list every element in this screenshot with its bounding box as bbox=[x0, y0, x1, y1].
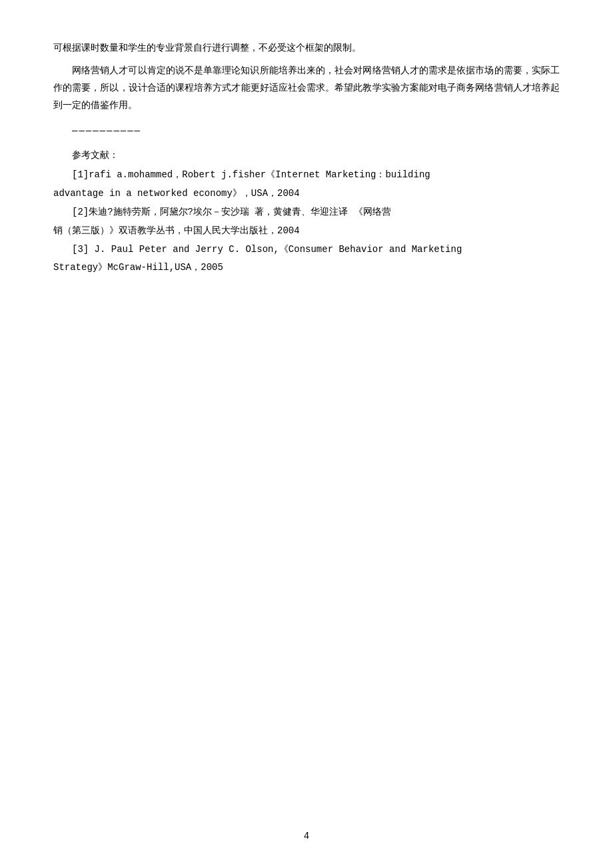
ref-item-1-line2: advantage in a networked economy》，USA，20… bbox=[53, 185, 560, 203]
ref-item-3-line2: Strategy》McGraw-Hill,USA，2005 bbox=[53, 259, 560, 277]
ref-item-1-line1: [1]rafi a.mohammed，Robert j.fisher《Inter… bbox=[53, 167, 560, 184]
main-content: 可根据课时数量和学生的专业背景自行进行调整，不必受这个框架的限制。 网络营销人才… bbox=[53, 40, 560, 277]
ref-item-3-line1: [3] J. Paul Peter and Jerry C. Olson,《Co… bbox=[53, 241, 560, 259]
paragraph-1-text: 可根据课时数量和学生的专业背景自行进行调整，不必受这个框架的限制。 bbox=[53, 43, 361, 53]
paragraph-1: 可根据课时数量和学生的专业背景自行进行调整，不必受这个框架的限制。 bbox=[53, 40, 560, 57]
ref-item-2-line2: 销（第三版）》双语教学丛书，中国人民大学出版社，2004 bbox=[53, 223, 560, 240]
ref-title: 参考文献： bbox=[53, 147, 560, 164]
page-number: 4 bbox=[304, 831, 309, 841]
paragraph-2: 网络营销人才可以肯定的说不是单靠理论知识所能培养出来的，社会对网络营销人才的需求… bbox=[53, 63, 560, 115]
references-section: 参考文献： [1]rafi a.mohammed，Robert j.fisher… bbox=[53, 147, 560, 277]
divider: —————————— bbox=[72, 123, 560, 139]
ref-item-2-line1: [2]朱迪?施特劳斯，阿黛尔?埃尔－安沙瑞 著，黄健青、华迎注译 《网络营 bbox=[53, 204, 560, 221]
page: 可根据课时数量和学生的专业背景自行进行调整，不必受这个框架的限制。 网络营销人才… bbox=[0, 0, 613, 868]
paragraph-2-text: 网络营销人才可以肯定的说不是单靠理论知识所能培养出来的，社会对网络营销人才的需求… bbox=[53, 65, 560, 111]
